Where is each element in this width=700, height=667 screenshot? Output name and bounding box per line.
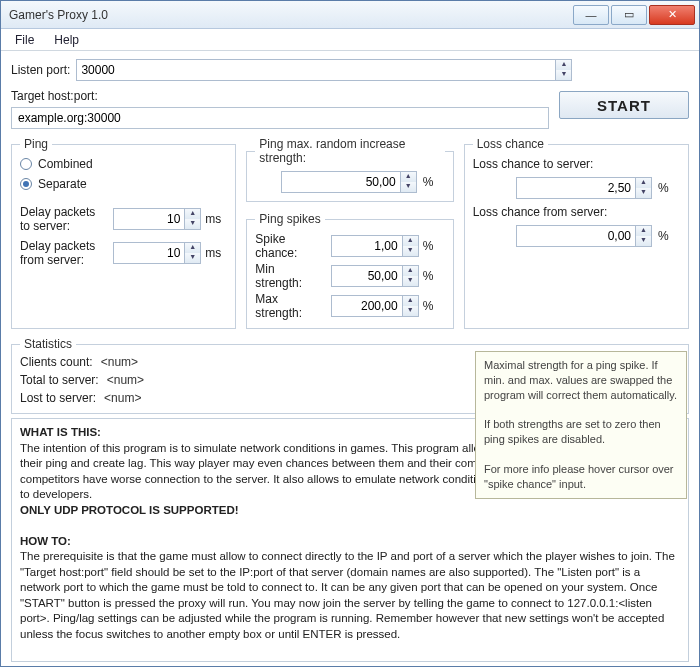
- delay-from-field[interactable]: ▲▼: [113, 242, 201, 264]
- spin-icon[interactable]: ▲▼: [185, 242, 201, 264]
- info-text-1b: ONLY UDP PROTOCOL IS SUPPORTED!: [20, 504, 239, 516]
- spike-max-label: Max strength:: [255, 292, 324, 320]
- target-input[interactable]: [11, 107, 549, 129]
- menu-file[interactable]: File: [5, 31, 44, 49]
- spike-min-input[interactable]: [331, 265, 403, 287]
- ms-unit: ms: [205, 212, 227, 226]
- clients-value: <num>: [101, 355, 138, 369]
- pingmax-group: Ping max. random increase strength: ▲▼ %: [246, 137, 453, 202]
- tooltip-p3: For more info please hover cursor over "…: [484, 462, 678, 492]
- pingmax-field[interactable]: ▲▼: [281, 171, 417, 193]
- minimize-button[interactable]: —: [573, 5, 609, 25]
- spin-icon[interactable]: ▲▼: [636, 225, 652, 247]
- total-to-value: <num>: [107, 373, 144, 387]
- spikes-legend: Ping spikes: [255, 212, 324, 226]
- lost-to-value: <num>: [104, 391, 141, 405]
- tooltip-p1: Maximal strength for a ping spike. If mi…: [484, 358, 678, 403]
- delay-from-input[interactable]: [113, 242, 185, 264]
- listen-port-input[interactable]: [76, 59, 556, 81]
- delay-from-label: Delay packets from server:: [20, 239, 107, 267]
- ms-unit: ms: [205, 246, 227, 260]
- window-title: Gamer's Proxy 1.0: [9, 8, 573, 22]
- window-controls: — ▭ ✕: [573, 5, 695, 25]
- spike-chance-field[interactable]: ▲▼: [331, 235, 419, 257]
- delay-to-input[interactable]: [113, 208, 185, 230]
- clients-label: Clients count:: [20, 355, 93, 369]
- listen-port-label: Listen port:: [11, 63, 70, 77]
- delay-to-field[interactable]: ▲▼: [113, 208, 201, 230]
- lost-to-label: Lost to server:: [20, 391, 96, 405]
- pct-unit: %: [423, 239, 445, 253]
- ping-separate-label: Separate: [38, 177, 87, 191]
- ping-combined-option[interactable]: Combined: [20, 157, 227, 171]
- ping-separate-option[interactable]: Separate: [20, 177, 227, 191]
- app-window: Gamer's Proxy 1.0 — ▭ ✕ File Help Listen…: [0, 0, 700, 667]
- spin-icon[interactable]: ▲▼: [403, 295, 419, 317]
- loss-from-label: Loss chance from server:: [473, 205, 608, 219]
- content-area: Listen port: ▲▼ Target host:port: START …: [1, 51, 699, 666]
- spin-icon[interactable]: ▲▼: [185, 208, 201, 230]
- pct-unit: %: [423, 299, 445, 313]
- menu-help[interactable]: Help: [44, 31, 89, 49]
- stats-legend: Statistics: [20, 337, 76, 351]
- target-label: Target host:port:: [11, 89, 98, 103]
- pct-unit: %: [658, 181, 680, 195]
- info-heading-2: HOW TO:: [20, 535, 71, 547]
- radio-icon: [20, 158, 32, 170]
- close-button[interactable]: ✕: [649, 5, 695, 25]
- ping-group: Ping Combined Separate Delay packets to …: [11, 137, 236, 329]
- listen-port-field[interactable]: ▲▼: [76, 59, 572, 81]
- spin-icon[interactable]: ▲▼: [403, 235, 419, 257]
- loss-legend: Loss chance: [473, 137, 548, 151]
- spin-icon[interactable]: ▲▼: [636, 177, 652, 199]
- loss-to-field[interactable]: ▲▼: [516, 177, 652, 199]
- loss-from-field[interactable]: ▲▼: [516, 225, 652, 247]
- spike-min-label: Min strength:: [255, 262, 324, 290]
- spike-chance-label: Spike chance:: [255, 232, 324, 260]
- delay-to-label: Delay packets to server:: [20, 205, 107, 233]
- spike-min-field[interactable]: ▲▼: [331, 265, 419, 287]
- spikes-group: Ping spikes Spike chance: ▲▼ % Min stren: [246, 212, 453, 329]
- loss-from-input[interactable]: [516, 225, 636, 247]
- titlebar: Gamer's Proxy 1.0 — ▭ ✕: [1, 1, 699, 29]
- spin-icon[interactable]: ▲▼: [401, 171, 417, 193]
- tooltip: Maximal strength for a ping spike. If mi…: [475, 351, 687, 499]
- spike-max-input[interactable]: [331, 295, 403, 317]
- pct-unit: %: [423, 175, 445, 189]
- loss-to-label: Loss chance to server:: [473, 157, 594, 171]
- listen-port-spin[interactable]: ▲▼: [556, 59, 572, 81]
- pct-unit: %: [658, 229, 680, 243]
- ping-combined-label: Combined: [38, 157, 93, 171]
- tooltip-p2: If both strengths are set to zero then p…: [484, 417, 678, 447]
- info-heading-1: WHAT IS THIS:: [20, 426, 101, 438]
- info-heading-3: NOTE:: [20, 659, 56, 662]
- pingmax-input[interactable]: [281, 171, 401, 193]
- radio-icon: [20, 178, 32, 190]
- spike-chance-input[interactable]: [331, 235, 403, 257]
- pct-unit: %: [423, 269, 445, 283]
- loss-group: Loss chance Loss chance to server: ▲▼ % …: [464, 137, 689, 329]
- maximize-button[interactable]: ▭: [611, 5, 647, 25]
- info-text-2: The prerequisite is that the game must a…: [20, 550, 675, 640]
- ping-legend: Ping: [20, 137, 52, 151]
- loss-to-input[interactable]: [516, 177, 636, 199]
- spike-max-field[interactable]: ▲▼: [331, 295, 419, 317]
- start-button[interactable]: START: [559, 91, 689, 119]
- menubar: File Help: [1, 29, 699, 51]
- pingmax-legend: Ping max. random increase strength:: [255, 137, 444, 165]
- spin-icon[interactable]: ▲▼: [403, 265, 419, 287]
- total-to-label: Total to server:: [20, 373, 99, 387]
